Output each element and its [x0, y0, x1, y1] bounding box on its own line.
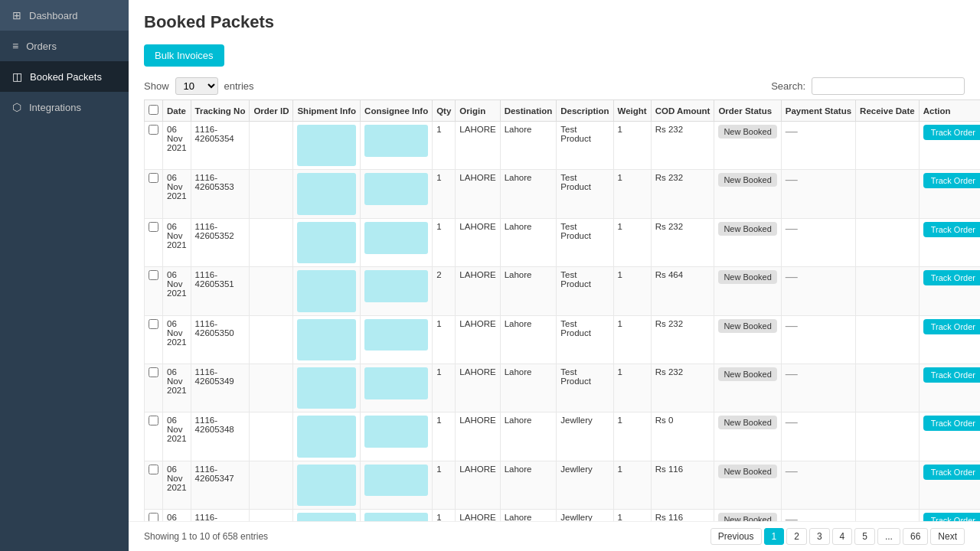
row-checkbox[interactable] [149, 416, 158, 425]
row-date: 06 Nov 2021 [163, 315, 191, 364]
row-action: Track Order [919, 218, 980, 266]
row-origin: LAHORE [456, 510, 500, 522]
select-all-checkbox[interactable] [149, 105, 158, 115]
row-destination: Lahore [500, 122, 557, 170]
row-checkbox-cell [145, 170, 163, 218]
header-order-id: Order ID [250, 100, 293, 122]
page-5-button[interactable]: 5 [854, 528, 875, 545]
row-checkbox[interactable] [149, 319, 158, 329]
row-qty: 1 [433, 461, 456, 509]
row-checkbox[interactable] [149, 222, 158, 232]
row-origin: LAHORE [456, 218, 500, 266]
row-checkbox[interactable] [149, 465, 158, 474]
row-payment-status: — [781, 510, 855, 522]
row-destination: Lahore [500, 461, 557, 509]
row-shipment: Name:BlurredCompany:TestOrder:BlurredPho… [293, 364, 361, 412]
row-consignee: Name:BlurredSt BlurredPhone:000000000 [361, 218, 433, 266]
row-shipment: Name:BlurredCompany:TestOrder:BlurredPho… [293, 122, 361, 170]
header-receive-date: Receive Date [856, 100, 920, 122]
row-payment-status: — [781, 315, 855, 364]
row-order-id [250, 461, 293, 509]
track-order-button[interactable]: Track Order [923, 319, 980, 334]
page-ellipsis[interactable]: ... [877, 528, 900, 545]
track-order-button[interactable]: Track Order [923, 465, 980, 480]
row-tracking: 1116-42605346 [191, 510, 250, 522]
row-checkbox-cell [145, 412, 163, 461]
page-66-button[interactable]: 66 [903, 528, 928, 545]
row-cod: Rs 116 [651, 461, 714, 509]
row-receive-date [856, 412, 920, 461]
row-shipment: Name:BlurredCompany:TestOrder:BlurredPho… [293, 461, 361, 509]
entries-select[interactable]: 10 25 50 100 [175, 77, 218, 95]
row-tracking: 1116-42605351 [191, 267, 250, 315]
track-order-button[interactable]: Track Order [923, 367, 980, 383]
packets-table: Date Tracking No Order ID Shipment Info … [144, 99, 980, 521]
next-button[interactable]: Next [930, 528, 965, 545]
row-tracking: 1116-42605348 [191, 412, 250, 461]
page-4-button[interactable]: 4 [832, 528, 853, 545]
table-row: 06 Nov 2021 1116-42605349 Name:BlurredCo… [145, 364, 981, 412]
track-order-button[interactable]: Track Order [923, 513, 980, 521]
payment-dash: — [786, 173, 798, 186]
track-order-button[interactable]: Track Order [923, 125, 980, 140]
track-order-button[interactable]: Track Order [923, 173, 980, 188]
header-destination: Destination [500, 100, 557, 122]
row-origin: LAHORE [456, 267, 500, 315]
page-3-button[interactable]: 3 [809, 528, 830, 545]
row-payment-status: — [781, 412, 855, 461]
row-checkbox[interactable] [149, 270, 158, 280]
row-description: Test Product [557, 170, 613, 218]
sidebar-item-integrations[interactable]: ⬡ Integrations [0, 92, 129, 122]
row-cod: Rs 232 [651, 218, 714, 266]
table-row: 06 Nov 2021 1116-42605346 Name:BlurredCo… [145, 510, 981, 522]
track-order-button[interactable]: Track Order [923, 270, 980, 285]
row-cod: Rs 0 [651, 412, 714, 461]
bulk-invoices-button[interactable]: Bulk Invoices [144, 44, 224, 67]
row-shipment: Name:BlurredCompany:TestOrder:BlurredPho… [293, 315, 361, 364]
row-qty: 1 [433, 218, 456, 266]
row-order-id [250, 122, 293, 170]
row-checkbox[interactable] [149, 367, 158, 377]
shipment-info-blurred: Name:BlurredCompany:TestOrder:BlurredPho… [297, 416, 356, 457]
row-receive-date [856, 267, 920, 315]
sidebar-item-label: Dashboard [29, 10, 78, 21]
page-1-button[interactable]: 1 [764, 528, 785, 545]
row-action: Track Order [919, 170, 980, 218]
row-payment-status: — [781, 170, 855, 218]
row-consignee: Name:BlurredSt BlurredPhone:000000000 [361, 412, 433, 461]
page-2-button[interactable]: 2 [786, 528, 807, 545]
search-input[interactable] [812, 77, 965, 95]
row-tracking: 1116-42605354 [191, 122, 250, 170]
booked-packets-icon: ◫ [12, 70, 22, 83]
sidebar-item-booked-packets[interactable]: ◫ Booked Packets [0, 61, 129, 92]
row-destination: Lahore [500, 510, 557, 522]
row-status: New Booked [714, 510, 781, 522]
shipment-info-blurred: Name:BlurredCompany:TestOrder:BlurredPho… [297, 173, 356, 214]
row-action: Track Order [919, 510, 980, 522]
row-receive-date [856, 122, 920, 170]
status-badge: New Booked [718, 367, 776, 381]
row-receive-date [856, 315, 920, 364]
row-cod: Rs 116 [651, 510, 714, 522]
sidebar-item-orders[interactable]: ≡ Orders [0, 31, 129, 61]
row-checkbox[interactable] [149, 125, 158, 135]
header-checkbox [145, 100, 163, 122]
row-date: 06 Nov 2021 [163, 170, 191, 218]
row-tracking: 1116-42605353 [191, 170, 250, 218]
consignee-info-blurred: Name:BlurredSt BlurredPhone:000000000 [364, 367, 428, 399]
dashboard-icon: ⊞ [12, 9, 21, 21]
row-checkbox[interactable] [149, 513, 158, 521]
row-checkbox-cell [145, 315, 163, 364]
prev-button[interactable]: Previous [710, 528, 762, 545]
row-shipment: Name:BlurredCompany:TestOrder:BlurredPho… [293, 510, 361, 522]
row-action: Track Order [919, 412, 980, 461]
track-order-button[interactable]: Track Order [923, 222, 980, 237]
track-order-button[interactable]: Track Order [923, 416, 980, 431]
row-order-id [250, 218, 293, 266]
sidebar-item-dashboard[interactable]: ⊞ Dashboard [0, 0, 129, 31]
table-row: 06 Nov 2021 1116-42605352 Name:BlurredCo… [145, 218, 981, 266]
show-right: Search: [771, 77, 965, 95]
header-payment-status: Payment Status [781, 100, 855, 122]
row-checkbox[interactable] [149, 173, 158, 183]
sidebar-item-label: Integrations [29, 102, 81, 113]
